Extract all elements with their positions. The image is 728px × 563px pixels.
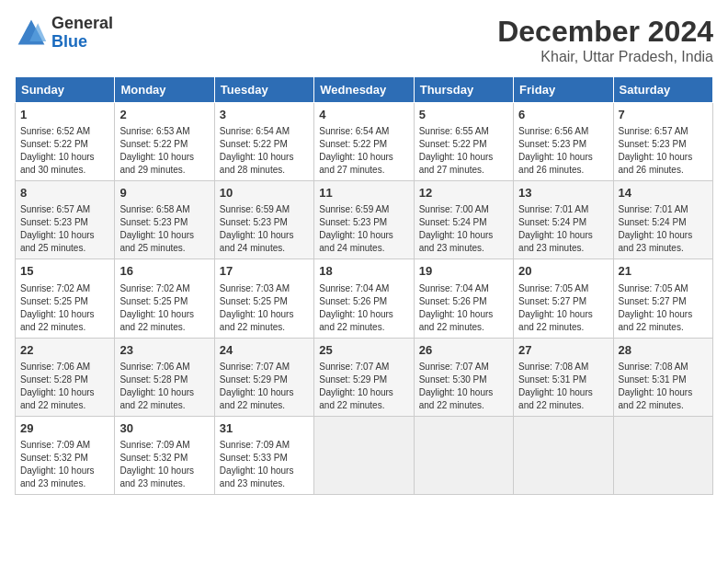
day-number: 21 xyxy=(619,263,708,280)
day-info: Sunrise: 6:56 AM Sunset: 5:23 PM Dayligh… xyxy=(518,125,608,177)
day-info: Sunrise: 7:02 AM Sunset: 5:25 PM Dayligh… xyxy=(20,282,109,334)
day-number: 18 xyxy=(319,263,408,280)
day-cell: 31Sunrise: 7:09 AM Sunset: 5:33 PM Dayli… xyxy=(214,416,313,494)
day-number: 20 xyxy=(518,263,608,280)
day-number: 24 xyxy=(220,342,309,359)
day-cell: 19Sunrise: 7:04 AM Sunset: 5:26 PM Dayli… xyxy=(414,259,513,338)
day-number: 9 xyxy=(119,185,209,201)
day-cell: 3Sunrise: 6:54 AM Sunset: 5:22 PM Daylig… xyxy=(214,103,313,181)
day-cell: 10Sunrise: 6:59 AM Sunset: 5:23 PM Dayli… xyxy=(214,181,313,259)
calendar-header-row: SundayMondayTuesdayWednesdayThursdayFrid… xyxy=(16,77,713,103)
col-header-monday: Monday xyxy=(115,77,214,103)
day-info: Sunrise: 7:06 AM Sunset: 5:28 PM Dayligh… xyxy=(119,361,209,412)
day-cell: 9Sunrise: 6:58 AM Sunset: 5:23 PM Daylig… xyxy=(115,181,214,259)
day-cell: 26Sunrise: 7:07 AM Sunset: 5:30 PM Dayli… xyxy=(414,338,513,416)
day-info: Sunrise: 6:53 AM Sunset: 5:22 PM Dayligh… xyxy=(119,125,209,177)
day-cell: 8Sunrise: 6:57 AM Sunset: 5:23 PM Daylig… xyxy=(16,181,115,259)
day-info: Sunrise: 7:01 AM Sunset: 5:24 PM Dayligh… xyxy=(619,203,708,255)
day-cell: 23Sunrise: 7:06 AM Sunset: 5:28 PM Dayli… xyxy=(115,338,214,416)
day-cell: 11Sunrise: 6:59 AM Sunset: 5:23 PM Dayli… xyxy=(314,181,414,259)
day-info: Sunrise: 7:05 AM Sunset: 5:27 PM Dayligh… xyxy=(619,282,708,334)
page-header: General Blue December 2024 Khair, Uttar … xyxy=(15,15,713,65)
day-number: 10 xyxy=(220,185,309,201)
day-cell: 17Sunrise: 7:03 AM Sunset: 5:25 PM Dayli… xyxy=(214,259,313,338)
day-info: Sunrise: 6:54 AM Sunset: 5:22 PM Dayligh… xyxy=(220,125,309,177)
day-info: Sunrise: 7:08 AM Sunset: 5:31 PM Dayligh… xyxy=(619,361,708,412)
logo-general-text: General xyxy=(51,15,113,33)
day-info: Sunrise: 7:07 AM Sunset: 5:30 PM Dayligh… xyxy=(419,361,508,412)
calendar-title: December 2024 xyxy=(497,15,713,49)
day-number: 2 xyxy=(119,107,209,123)
day-cell: 30Sunrise: 7:09 AM Sunset: 5:32 PM Dayli… xyxy=(115,416,214,494)
calendar-table: SundayMondayTuesdayWednesdayThursdayFrid… xyxy=(15,76,713,495)
day-info: Sunrise: 6:54 AM Sunset: 5:22 PM Dayligh… xyxy=(319,125,408,177)
col-header-saturday: Saturday xyxy=(613,77,712,103)
day-cell: 18Sunrise: 7:04 AM Sunset: 5:26 PM Dayli… xyxy=(314,259,414,338)
week-row-3: 15Sunrise: 7:02 AM Sunset: 5:25 PM Dayli… xyxy=(16,259,713,338)
day-info: Sunrise: 7:00 AM Sunset: 5:24 PM Dayligh… xyxy=(419,203,508,255)
day-number: 23 xyxy=(119,342,209,359)
day-info: Sunrise: 7:09 AM Sunset: 5:33 PM Dayligh… xyxy=(220,439,309,490)
day-number: 7 xyxy=(619,107,708,123)
logo: General Blue xyxy=(15,15,113,52)
day-number: 8 xyxy=(20,185,109,201)
day-number: 30 xyxy=(119,420,209,437)
calendar-subtitle: Khair, Uttar Pradesh, India xyxy=(497,49,713,65)
col-header-thursday: Thursday xyxy=(414,77,513,103)
day-cell: 2Sunrise: 6:53 AM Sunset: 5:22 PM Daylig… xyxy=(115,103,214,181)
day-cell xyxy=(414,416,513,494)
col-header-tuesday: Tuesday xyxy=(214,77,313,103)
logo-blue-text: Blue xyxy=(51,33,113,52)
logo-icon xyxy=(15,17,48,50)
day-info: Sunrise: 7:06 AM Sunset: 5:28 PM Dayligh… xyxy=(20,361,109,412)
day-number: 22 xyxy=(20,342,109,359)
day-info: Sunrise: 6:52 AM Sunset: 5:22 PM Dayligh… xyxy=(20,125,109,177)
day-number: 1 xyxy=(20,107,109,123)
day-info: Sunrise: 7:08 AM Sunset: 5:31 PM Dayligh… xyxy=(518,361,608,412)
col-header-sunday: Sunday xyxy=(16,77,115,103)
day-cell: 12Sunrise: 7:00 AM Sunset: 5:24 PM Dayli… xyxy=(414,181,513,259)
day-number: 17 xyxy=(220,263,309,280)
day-info: Sunrise: 7:04 AM Sunset: 5:26 PM Dayligh… xyxy=(419,282,508,334)
day-number: 29 xyxy=(20,420,109,437)
day-number: 5 xyxy=(419,107,508,123)
day-number: 25 xyxy=(319,342,408,359)
calendar-body: 1Sunrise: 6:52 AM Sunset: 5:22 PM Daylig… xyxy=(16,103,713,495)
day-number: 26 xyxy=(419,342,508,359)
day-cell: 21Sunrise: 7:05 AM Sunset: 5:27 PM Dayli… xyxy=(613,259,712,338)
day-info: Sunrise: 6:58 AM Sunset: 5:23 PM Dayligh… xyxy=(119,203,209,255)
week-row-2: 8Sunrise: 6:57 AM Sunset: 5:23 PM Daylig… xyxy=(16,181,713,259)
day-info: Sunrise: 6:59 AM Sunset: 5:23 PM Dayligh… xyxy=(220,203,309,255)
day-cell: 1Sunrise: 6:52 AM Sunset: 5:22 PM Daylig… xyxy=(16,103,115,181)
col-header-friday: Friday xyxy=(514,77,613,103)
day-cell xyxy=(613,416,712,494)
day-cell: 15Sunrise: 7:02 AM Sunset: 5:25 PM Dayli… xyxy=(16,259,115,338)
day-info: Sunrise: 7:09 AM Sunset: 5:32 PM Dayligh… xyxy=(20,439,109,490)
logo-text: General Blue xyxy=(51,15,113,52)
day-number: 4 xyxy=(319,107,408,123)
day-info: Sunrise: 7:05 AM Sunset: 5:27 PM Dayligh… xyxy=(518,282,608,334)
day-cell: 28Sunrise: 7:08 AM Sunset: 5:31 PM Dayli… xyxy=(613,338,712,416)
day-info: Sunrise: 7:03 AM Sunset: 5:25 PM Dayligh… xyxy=(220,282,309,334)
day-cell: 13Sunrise: 7:01 AM Sunset: 5:24 PM Dayli… xyxy=(514,181,613,259)
day-info: Sunrise: 7:07 AM Sunset: 5:29 PM Dayligh… xyxy=(319,361,408,412)
day-cell: 7Sunrise: 6:57 AM Sunset: 5:23 PM Daylig… xyxy=(613,103,712,181)
day-cell: 5Sunrise: 6:55 AM Sunset: 5:22 PM Daylig… xyxy=(414,103,513,181)
day-number: 19 xyxy=(419,263,508,280)
week-row-1: 1Sunrise: 6:52 AM Sunset: 5:22 PM Daylig… xyxy=(16,103,713,181)
day-cell: 6Sunrise: 6:56 AM Sunset: 5:23 PM Daylig… xyxy=(514,103,613,181)
day-info: Sunrise: 6:57 AM Sunset: 5:23 PM Dayligh… xyxy=(619,125,708,177)
day-cell: 27Sunrise: 7:08 AM Sunset: 5:31 PM Dayli… xyxy=(514,338,613,416)
week-row-5: 29Sunrise: 7:09 AM Sunset: 5:32 PM Dayli… xyxy=(16,416,713,494)
day-cell: 22Sunrise: 7:06 AM Sunset: 5:28 PM Dayli… xyxy=(16,338,115,416)
day-info: Sunrise: 7:07 AM Sunset: 5:29 PM Dayligh… xyxy=(220,361,309,412)
day-number: 16 xyxy=(119,263,209,280)
day-cell: 24Sunrise: 7:07 AM Sunset: 5:29 PM Dayli… xyxy=(214,338,313,416)
day-number: 28 xyxy=(619,342,708,359)
title-area: December 2024 Khair, Uttar Pradesh, Indi… xyxy=(497,15,713,65)
day-cell: 25Sunrise: 7:07 AM Sunset: 5:29 PM Dayli… xyxy=(314,338,414,416)
day-number: 3 xyxy=(220,107,309,123)
day-number: 31 xyxy=(220,420,309,437)
day-number: 11 xyxy=(319,185,408,201)
day-number: 12 xyxy=(419,185,508,201)
